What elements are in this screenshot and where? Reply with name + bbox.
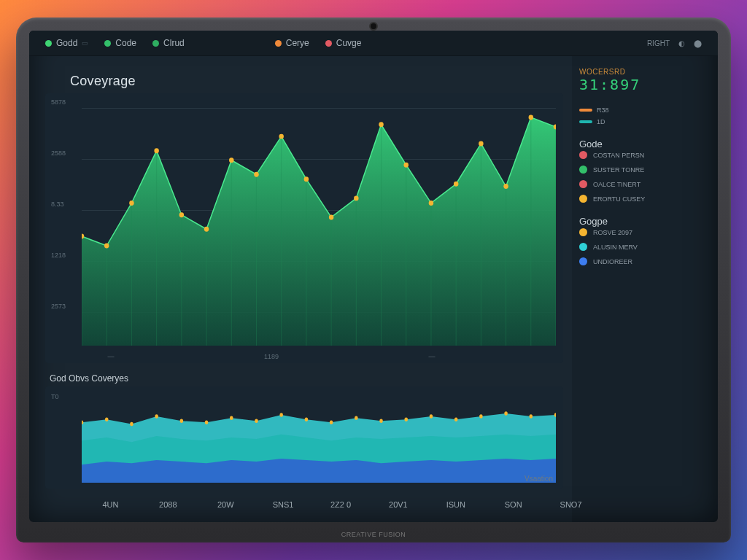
main-chart[interactable]: 587825888.3312182573 —1189— — [45, 93, 563, 363]
svg-point-24 — [179, 212, 184, 217]
svg-point-25 — [204, 227, 209, 232]
svg-point-58 — [530, 414, 533, 418]
legend-section-2: Gogpe ROSVE 2097ALUSIN MERVUNDIOREER — [579, 216, 706, 265]
x-tick: SON — [505, 500, 522, 509]
sub-chart[interactable]: T0 Vsaation — [45, 386, 563, 489]
legend-label: R38 — [597, 106, 609, 114]
stat-value: 31:897 — [579, 76, 706, 93]
svg-point-23 — [154, 148, 159, 153]
camera-dot — [371, 23, 376, 29]
x-axis-labels: 4UN208820WSNS12Z2 020V1ISUNSONSNO7 — [82, 497, 600, 512]
tab-1[interactable]: Code — [104, 38, 136, 48]
svg-point-36 — [479, 141, 484, 146]
x-tick: 20V1 — [389, 500, 408, 509]
svg-point-43 — [155, 414, 158, 418]
svg-point-22 — [129, 201, 134, 206]
legend-item[interactable]: COSTAN PERSN — [579, 151, 706, 159]
x-tick: 2088 — [159, 500, 177, 509]
svg-point-56 — [479, 414, 482, 418]
svg-point-27 — [254, 172, 259, 177]
svg-point-28 — [279, 134, 284, 139]
tab-dot-icon — [152, 40, 159, 47]
legend-bullet-icon — [579, 243, 587, 251]
svg-point-51 — [355, 416, 357, 419]
svg-point-47 — [255, 419, 258, 423]
legend-item[interactable]: OALCE TINERT — [579, 180, 706, 188]
svg-point-44 — [180, 419, 183, 423]
tab-label: Cuvge — [336, 38, 362, 48]
tab-2[interactable]: Clrud — [152, 38, 185, 48]
tab-4[interactable]: Cuvge — [325, 38, 362, 48]
legend-bullet-icon — [579, 228, 587, 236]
svg-point-48 — [279, 413, 282, 416]
tab-3[interactable]: Cerye — [275, 38, 309, 48]
legend-item[interactable]: ERORTU CUSEY — [579, 195, 706, 203]
y-tick: T0 — [51, 393, 59, 400]
legend-label: UNDIOREER — [593, 258, 632, 265]
legend-heading: Gogpe — [579, 216, 706, 227]
x-tick: 20W — [217, 500, 234, 509]
svg-point-37 — [503, 184, 508, 189]
tab-right-controls: RIGHT ◐ ⬤ — [647, 39, 702, 47]
laptop-frame: CREATIVE FUSION Godd▭ Code Clrud Cerye C… — [16, 18, 731, 542]
tab-dot-icon — [45, 40, 52, 47]
svg-point-33 — [403, 163, 409, 168]
tab-pill-icon: ▭ — [82, 39, 88, 47]
tab-0[interactable]: Godd▭ — [45, 38, 88, 48]
svg-point-42 — [130, 422, 133, 426]
x-tick: SNO7 — [560, 500, 582, 509]
legend-bullet-icon — [579, 166, 587, 174]
legend-item[interactable]: ALUSIN MERV — [579, 243, 706, 251]
svg-point-29 — [304, 176, 309, 182]
moon-icon[interactable]: ◐ — [678, 39, 685, 47]
tab-dot-icon — [104, 40, 111, 47]
legend-swatch-icon — [579, 120, 592, 123]
legend-swatch-icon — [579, 109, 592, 112]
tab-dot-icon — [325, 40, 332, 47]
x-tick: SNS1 — [273, 500, 294, 509]
svg-point-21 — [104, 244, 109, 249]
svg-point-57 — [504, 411, 507, 415]
y-tick: 2573 — [51, 303, 66, 310]
legend-section-1: Gode COSTAN PERSNSUSTER TONREOALCE TINER… — [579, 139, 706, 203]
mini-legend: R381D — [579, 106, 706, 125]
svg-point-54 — [430, 414, 433, 418]
legend-label: COSTAN PERSN — [593, 152, 644, 159]
y-tick: 5878 — [51, 98, 66, 106]
x-tick: 4UN — [102, 500, 118, 509]
y-tick: 2588 — [51, 149, 66, 157]
legend-item[interactable]: UNDIOREER — [579, 257, 706, 265]
svg-point-55 — [454, 417, 457, 421]
sidebar: WOCERSRD 31:897 R381D Gode COSTAN PERSNS… — [572, 56, 718, 522]
legend-label: 1D — [597, 118, 605, 125]
x-tick: ISUN — [446, 500, 465, 509]
svg-point-53 — [405, 417, 408, 421]
svg-point-46 — [230, 416, 233, 419]
y-tick: 1218 — [51, 252, 66, 259]
main-chart-title: Coveyrage — [45, 66, 563, 93]
svg-point-30 — [329, 214, 334, 219]
app-screen: Godd▭ Code Clrud Cerye Cuvge RIGHT ◐ ⬤ C… — [29, 31, 718, 522]
legend-item[interactable]: 1D — [579, 118, 706, 125]
hinge-brand: CREATIVE FUSION — [341, 531, 406, 538]
legend-label: SUSTER TONRE — [593, 166, 644, 174]
svg-point-32 — [379, 122, 384, 127]
legend-item[interactable]: R38 — [579, 106, 706, 114]
svg-point-41 — [105, 417, 108, 421]
legend-bullet-icon — [579, 180, 587, 188]
svg-point-34 — [429, 201, 434, 206]
legend-item[interactable]: SUSTER TONRE — [579, 166, 706, 174]
stat-block: WOCERSRD 31:897 — [579, 68, 706, 93]
legend-item[interactable]: ROSVE 2097 — [579, 228, 706, 236]
sub-chart-watermark: Vsaation — [525, 475, 553, 483]
avatar-icon[interactable]: ⬤ — [694, 39, 702, 47]
main-column: Coveyrage 587825888.3312182573 —1189— Go… — [29, 56, 572, 522]
legend-label: ALUSIN MERV — [593, 244, 638, 251]
tab-label: Code — [115, 38, 136, 48]
svg-point-49 — [305, 417, 308, 421]
legend-bullet-icon — [579, 257, 587, 265]
svg-point-31 — [354, 195, 359, 201]
legend-label: OALCE TINERT — [593, 181, 640, 188]
tab-label: Clrud — [163, 38, 185, 48]
legend-bullet-icon — [579, 195, 587, 203]
